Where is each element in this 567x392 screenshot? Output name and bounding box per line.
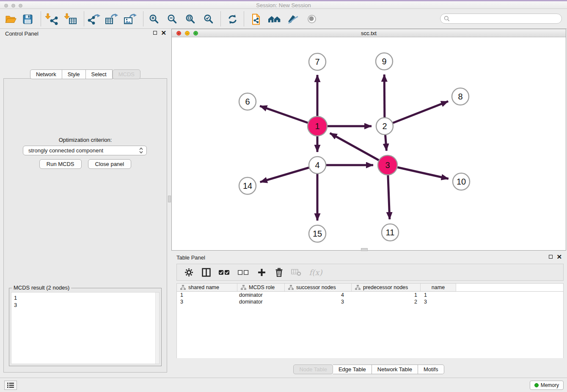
tab-select[interactable]: Select xyxy=(86,69,113,79)
column-label: successor nodes xyxy=(296,284,336,290)
cell-predecessor-nodes: 1 xyxy=(352,292,421,298)
select-stepper-icon xyxy=(139,147,143,154)
cell-successor-nodes: 3 xyxy=(285,299,352,305)
table-tab-node-table[interactable]: Node Table xyxy=(293,364,333,374)
list-icon xyxy=(7,382,14,388)
cell-MCDS-role: dominator xyxy=(237,292,285,298)
column-header-shared-name[interactable]: shared name xyxy=(177,284,237,291)
graphics-details-button[interactable] xyxy=(304,11,320,27)
show-column-panel-button[interactable] xyxy=(201,267,211,278)
delete-columns-button[interactable] xyxy=(274,267,284,278)
table-toolbar: f(x) xyxy=(176,264,564,281)
import-table-icon xyxy=(64,13,77,25)
column-label: predecessor nodes xyxy=(363,284,408,290)
zoom-selected-button[interactable] xyxy=(201,11,217,27)
table-tab-edge-table[interactable]: Edge Table xyxy=(333,364,372,374)
export-image-button[interactable] xyxy=(122,11,138,27)
cell-name: 1 xyxy=(421,292,456,298)
graph-node-label-4: 4 xyxy=(315,160,319,170)
toolbar-separator xyxy=(143,11,143,26)
table-tab-motifs[interactable]: Motifs xyxy=(418,364,444,374)
plus-icon xyxy=(258,268,266,276)
close-panel-button[interactable]: Close panel xyxy=(88,159,132,169)
export-table-button[interactable] xyxy=(104,11,120,27)
graph-edge-2-8[interactable] xyxy=(385,101,448,126)
toolbar-separator xyxy=(84,11,84,26)
apply-layout-button[interactable] xyxy=(224,11,240,27)
table-panel-title: Table Panel xyxy=(176,254,205,261)
tree-icon xyxy=(288,285,294,290)
network-window-titlebar[interactable]: × − + scc.txt xyxy=(172,29,566,37)
search-input[interactable] xyxy=(440,14,562,24)
toolbar-separator xyxy=(244,11,244,26)
open-session-button[interactable] xyxy=(3,11,19,27)
clone-network-icon xyxy=(250,14,261,25)
export-network-button[interactable] xyxy=(86,11,102,27)
status-bar: Memory xyxy=(0,378,567,392)
delete-table-button[interactable] xyxy=(291,267,301,278)
zoom-fit-button[interactable] xyxy=(182,11,198,27)
tab-mcds[interactable]: MCDS xyxy=(113,69,140,79)
export-network-icon xyxy=(88,14,100,25)
first-neighbors-button[interactable] xyxy=(266,11,282,27)
table-options-button[interactable] xyxy=(184,267,194,278)
deselect-all-columns-button[interactable] xyxy=(237,267,249,278)
column-header-predecessor-nodes[interactable]: predecessor nodes xyxy=(352,284,421,291)
network-canvas[interactable]: 7968124314101511 xyxy=(172,37,566,250)
column-label: name xyxy=(432,284,445,290)
create-column-button[interactable] xyxy=(256,267,267,278)
network-graph: 7968124314101511 xyxy=(172,37,566,250)
homes-icon xyxy=(268,14,281,24)
run-mcds-button[interactable]: Run MCDS xyxy=(39,159,82,169)
criterion-select[interactable]: strongly connected component xyxy=(23,146,147,155)
node-table[interactable]: shared nameMCDS rolesuccessor nodesprede… xyxy=(176,283,564,358)
column-label: shared name xyxy=(188,284,219,290)
table-panel: Table Panel ✕ xyxy=(171,253,566,378)
table-row-3[interactable]: 3dominator323 xyxy=(177,298,563,305)
clone-network-button[interactable] xyxy=(248,11,264,27)
toolbar-separator xyxy=(220,11,221,26)
function-builder-button[interactable]: f(x) xyxy=(308,267,323,278)
optimization-criterion-label: Optimization criterion: xyxy=(4,137,167,143)
column-header-MCDS-role[interactable]: MCDS role xyxy=(237,284,285,291)
vertical-splitter-handle[interactable] xyxy=(168,196,171,202)
graph-node-label-9: 9 xyxy=(382,57,386,66)
zoom-selected-icon xyxy=(204,14,214,24)
close-panel-icon[interactable]: ✕ xyxy=(161,30,166,35)
gear-icon xyxy=(184,268,193,277)
network-window: × − + scc.txt 7968124314101511 xyxy=(171,29,566,251)
task-history-button[interactable] xyxy=(4,381,17,390)
control-panel-title: Control Panel xyxy=(5,30,39,37)
zoom-fit-icon xyxy=(185,14,195,24)
table-panel-tabs: Node TableEdge TableNetwork TableMotifs xyxy=(171,364,566,374)
criterion-value: strongly connected component xyxy=(28,147,139,154)
hide-selection-button[interactable] xyxy=(285,11,301,27)
table-row-1[interactable]: 1dominator411 xyxy=(177,292,563,298)
memory-button[interactable]: Memory xyxy=(530,381,564,390)
float-table-panel-icon[interactable] xyxy=(549,255,553,259)
save-session-button[interactable] xyxy=(19,11,36,27)
close-table-panel-icon[interactable]: ✕ xyxy=(556,254,562,259)
float-panel-icon[interactable] xyxy=(153,31,157,35)
import-table-button[interactable] xyxy=(63,11,79,27)
delete-table-icon xyxy=(291,268,301,276)
columns-icon xyxy=(202,268,211,277)
horizontal-splitter-handle[interactable] xyxy=(361,248,368,251)
graph-node-label-7: 7 xyxy=(315,57,319,66)
import-network-icon xyxy=(45,13,58,25)
import-network-button[interactable] xyxy=(44,11,60,27)
result-scrollbar[interactable] xyxy=(155,293,159,364)
mcds-result-textarea[interactable]: 13 xyxy=(11,292,160,364)
tab-style[interactable]: Style xyxy=(62,69,86,79)
table-tab-network-table[interactable]: Network Table xyxy=(372,364,418,374)
column-header-successor-nodes[interactable]: successor nodes xyxy=(285,284,352,291)
column-header-name[interactable]: name xyxy=(421,284,456,291)
table-body: 1dominator4113dominator323 xyxy=(177,292,563,305)
window-title: Session: New Session xyxy=(0,2,567,8)
column-label: MCDS role xyxy=(249,284,275,290)
zoom-out-button[interactable] xyxy=(164,11,180,27)
zoom-in-button[interactable] xyxy=(146,11,162,27)
select-all-columns-button[interactable] xyxy=(218,267,230,278)
checked-boxes-icon xyxy=(219,270,230,275)
tab-network[interactable]: Network xyxy=(30,69,62,79)
